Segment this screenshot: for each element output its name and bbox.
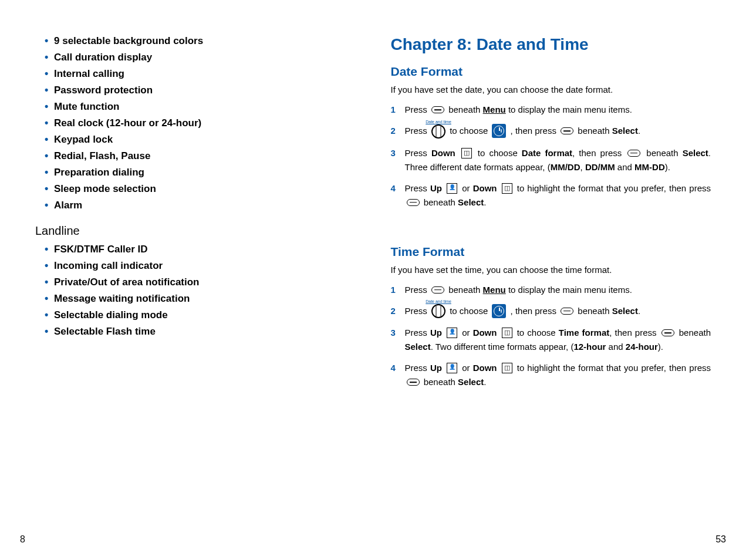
softkey-icon [407,199,420,206]
step-text: ). [665,162,670,172]
step-item: Press Date and time to choose , then pre… [391,124,711,139]
step-text: to choose [514,328,559,338]
format-option: MM-DD [634,162,665,172]
landline-heading: Landline [35,224,356,238]
list-item: Keypad lock [45,134,356,146]
up-label: Up [430,363,442,373]
step-text: beneath [421,377,458,387]
softkey-icon [431,106,444,113]
format-option: 12-hour [573,342,606,352]
step-text: or [459,328,473,338]
softkey-icon [407,379,420,386]
step-item: Press Up or Down to highlight the format… [391,181,711,210]
format-option: 24-hour [626,342,658,352]
date-format-heading: Date Format [391,65,711,79]
select-label: Select [612,126,638,136]
list-item: Message waiting notification [45,293,356,305]
step-text: Press [405,104,430,114]
step-text: . Two different time formats appear, ( [431,342,574,352]
menu-label: Menu [483,285,506,295]
list-item: Redial, Flash, Pause [45,150,356,162]
list-item: FSK/DTMF Caller ID [45,244,356,255]
select-label: Select [683,148,708,158]
date-format-label: Date format [522,148,572,158]
list-item: Alarm [45,200,356,211]
step-text: beneath [575,306,612,316]
step-text: or [459,183,473,193]
select-label: Select [458,197,484,207]
page-number-left: 8 [20,534,25,545]
landline-list: FSK/DTMF Caller ID Incoming call indicat… [35,244,356,338]
step-text: Press [405,285,430,295]
step-text: , then press [508,126,559,136]
select-label: Select [458,377,484,387]
step-item: Press Down to choose Date format, then p… [391,146,711,174]
step-text: to highlight the format that you prefer,… [514,363,711,373]
right-page: Chapter 8: Date and Time Date Format If … [373,0,747,560]
list-item: Selectable Flash time [45,326,356,338]
down-key-icon [502,363,512,373]
step-text: to choose [447,126,490,136]
clock-icon [492,124,506,138]
step-text: . [638,306,640,316]
list-item: Private/Out of area notification [45,276,356,288]
step-text: , then press [508,306,559,316]
down-key-icon [502,183,512,194]
step-text: beneath [676,328,711,338]
softkey-icon [431,286,444,294]
step-item: Press Date and time to choose , then pre… [391,304,711,319]
softkey-icon [561,127,573,134]
up-key-icon [447,328,457,338]
step-text: Press [405,306,430,316]
down-key-icon [461,148,472,158]
step-text: and [615,162,634,172]
step-text: to choose [447,306,490,316]
step-text: , then press [572,148,626,158]
features-list: 9 selectable background colors Call dura… [35,35,356,211]
step-text: beneath [421,197,458,207]
down-label: Down [473,328,497,338]
step-text: Press [405,148,431,158]
down-label: Down [431,148,455,158]
step-item: Press Up or Down to choose Time format, … [391,326,711,354]
step-text: . [638,126,640,136]
clock-icon [492,304,506,318]
chapter-title: Chapter 8: Date and Time [391,35,711,54]
step-text: Press [405,126,430,136]
time-format-intro: If you have set the time, you can choose… [391,265,711,275]
date-steps: Press beneath Menu to display the main m… [391,103,711,210]
format-option: DD/MM [585,162,615,172]
select-label: Select [612,306,638,316]
step-text: to highlight the format that you prefer,… [514,183,711,193]
list-item: Call duration display [45,52,356,63]
step-text: , [580,162,585,172]
softkey-icon [661,329,674,336]
step-text: , then press [609,328,659,338]
down-key-icon [502,328,512,338]
step-text: to choose [474,148,522,158]
up-key-icon [447,183,457,194]
list-item: Mute function [45,101,356,113]
down-label: Down [473,363,497,373]
step-text: . [484,377,486,387]
list-item: Password protection [45,85,356,96]
nav-key-icon [431,124,445,139]
time-format-heading: Time Format [391,245,711,259]
softkey-icon [627,150,640,157]
step-text: beneath [446,285,483,295]
up-key-icon [447,363,457,373]
list-item: Preparation dialing [45,167,356,178]
time-format-label: Time format [559,328,610,338]
softkey-icon [561,308,573,315]
select-label: Select [405,342,431,352]
date-format-intro: If you have set the date, you can choose… [391,85,711,95]
step-text: Press [405,183,430,193]
list-item: Selectable dialing mode [45,309,356,321]
step-text: or [459,363,473,373]
step-item: Press beneath Menu to display the main m… [391,103,711,117]
step-text: to display the main menu items. [506,104,632,114]
left-page: 9 selectable background colors Call dura… [0,0,373,560]
page-number-right: 53 [715,534,726,545]
step-text: to display the main menu items. [506,285,632,295]
step-item: Press beneath Menu to display the main m… [391,283,711,297]
